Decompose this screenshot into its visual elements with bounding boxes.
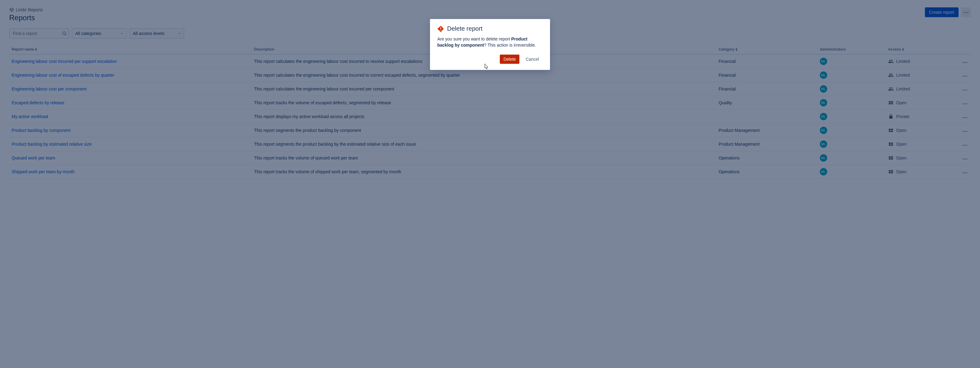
modal-title: Delete report	[447, 25, 483, 32]
svg-rect-3	[441, 30, 441, 30]
error-icon	[438, 26, 444, 32]
modal-overlay[interactable]: Delete report Are you sure you want to d…	[0, 0, 980, 186]
cancel-button[interactable]: Cancel	[522, 54, 542, 64]
confirm-delete-button[interactable]: Delete	[500, 54, 519, 64]
cursor-icon	[483, 63, 489, 70]
modal-body: Are you sure you want to delete report P…	[438, 36, 542, 48]
svg-rect-2	[441, 27, 441, 29]
delete-modal: Delete report Are you sure you want to d…	[430, 19, 550, 70]
